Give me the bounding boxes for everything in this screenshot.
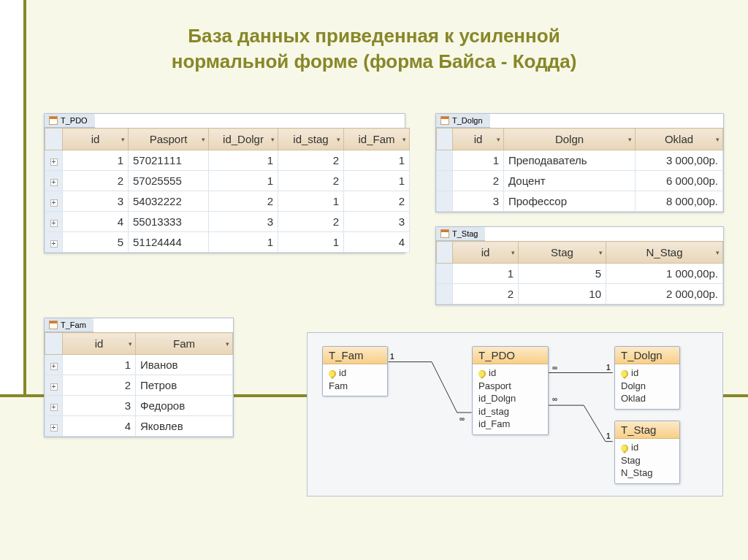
dropdown-icon[interactable]: ▾: [337, 136, 340, 143]
cardinality-one: 1: [606, 432, 611, 440]
table-row[interactable]: +551124444114: [45, 232, 410, 253]
field: Pasport: [478, 380, 542, 393]
col-header[interactable]: id_Dolgr▾: [209, 129, 278, 150]
dropdown-icon[interactable]: ▾: [716, 136, 720, 143]
entity-tfam[interactable]: T_Fam id Fam: [322, 346, 388, 396]
title-line-2: нормальной форме (форма Байса - Кодда): [172, 50, 577, 72]
col-header[interactable]: Stag▾: [519, 242, 606, 264]
entity-title: T_Stag: [615, 421, 679, 439]
col-header[interactable]: Oklad▾: [636, 129, 723, 150]
datasheet-tdolgn: id▾ Dolgn▾ Oklad▾ 1Преподаватель3 000,00…: [436, 128, 723, 212]
entity-fields: id Stag N_Stag: [615, 439, 679, 483]
field: Fam: [329, 380, 381, 393]
field: Oklad: [621, 392, 673, 405]
dropdown-icon[interactable]: ▾: [202, 136, 205, 143]
dropdown-icon[interactable]: ▾: [511, 249, 515, 256]
tab-label: T_Dolgn: [452, 116, 483, 125]
table-row[interactable]: 151 000,00р.: [437, 264, 723, 284]
dropdown-icon[interactable]: ▾: [121, 136, 125, 143]
dropdown-icon[interactable]: ▾: [628, 136, 632, 143]
tab-tfam[interactable]: T_Fam: [45, 318, 94, 332]
table-row[interactable]: 1Преподаватель3 000,00р.: [437, 150, 723, 171]
datasheet-tpdo: id▾ Pasport▾ id_Dolgr▾ id_stag▾ id_Fam▾ …: [45, 128, 410, 253]
dropdown-icon[interactable]: ▾: [497, 136, 500, 143]
slide-left-stripe: [0, 0, 26, 394]
dropdown-icon[interactable]: ▾: [716, 249, 720, 256]
dropdown-icon[interactable]: ▾: [226, 340, 229, 348]
tab-tdolgn[interactable]: T_Dolgn: [436, 114, 490, 128]
slide-canvas: T_PDO id▾ Pasport▾ id_Dolgr▾ id_stag▾ id…: [44, 113, 733, 545]
expand-icon[interactable]: +: [50, 363, 58, 370]
table-row[interactable]: +455013333323: [45, 212, 410, 232]
col-header[interactable]: id_Fam▾: [344, 129, 410, 150]
entity-tpdo[interactable]: T_PDO id Pasport id_Dolgn id_stag id_Fam: [472, 346, 549, 435]
col-header[interactable]: Pasport▾: [129, 129, 209, 150]
cardinality-one: 1: [390, 353, 394, 361]
relationship-diagram: 1 ∞ ∞ 1 ∞ 1 T_Fam id Fam T_PDO id Paspor…: [307, 332, 723, 496]
expand-icon[interactable]: +: [50, 220, 58, 227]
field: id_Dolgn: [478, 392, 542, 405]
field-pk: id: [621, 441, 673, 454]
entity-tstag[interactable]: T_Stag id Stag N_Stag: [614, 421, 680, 484]
entity-fields: id Dolgn Oklad: [615, 364, 679, 409]
col-header[interactable]: Dolgn▾: [504, 129, 636, 150]
dropdown-icon[interactable]: ▾: [271, 136, 275, 143]
table-row[interactable]: +354032222212: [45, 191, 410, 212]
cardinality-one: 1: [606, 364, 611, 372]
expand-icon[interactable]: +: [50, 424, 58, 431]
table-window-tpdo: T_PDO id▾ Pasport▾ id_Dolgr▾ id_stag▾ id…: [44, 113, 405, 253]
tab-label: T_Fam: [61, 321, 86, 329]
datasheet-tstag: id▾ Stag▾ N_Stag▾ 151 000,00р. 2102 000,…: [436, 241, 723, 304]
dropdown-icon[interactable]: ▾: [599, 249, 603, 256]
table-row[interactable]: +257025555121: [45, 171, 410, 191]
table-row[interactable]: +3Федоров: [45, 396, 233, 416]
entity-title: T_Dolgn: [615, 347, 679, 364]
expand-icon[interactable]: +: [50, 404, 58, 411]
row-selector-header[interactable]: [45, 333, 63, 355]
dropdown-icon[interactable]: ▾: [402, 136, 406, 143]
table-row[interactable]: +4Яковлев: [45, 416, 233, 437]
entity-fields: id Pasport id_Dolgn id_stag id_Fam: [473, 364, 548, 434]
expand-icon[interactable]: +: [50, 383, 58, 391]
expand-icon[interactable]: +: [50, 240, 58, 248]
datasheet-icon: [49, 116, 58, 125]
table-row[interactable]: +1Иванов: [45, 355, 233, 375]
table-row[interactable]: 2Доцент6 000,00р.: [437, 171, 723, 191]
col-header[interactable]: Fam▾: [136, 333, 233, 355]
col-header[interactable]: id▾: [453, 129, 504, 150]
entity-fields: id Fam: [323, 364, 387, 396]
field: id_stag: [478, 405, 542, 418]
table-row[interactable]: +2Петров: [45, 375, 233, 396]
table-window-tdolgn: T_Dolgn id▾ Dolgn▾ Oklad▾ 1Преподаватель…: [435, 113, 724, 212]
expand-icon[interactable]: +: [50, 158, 58, 166]
expand-icon[interactable]: +: [50, 179, 58, 186]
datasheet-tfam: id▾ Fam▾ +1Иванов +2Петров +3Федоров +4Я…: [45, 332, 233, 437]
tab-label: T_Stag: [452, 229, 478, 238]
field: N_Stag: [621, 467, 673, 480]
table-row[interactable]: +157021111121: [45, 150, 410, 171]
dropdown-icon[interactable]: ▾: [129, 340, 132, 348]
tab-tpdo[interactable]: T_PDO: [45, 114, 95, 128]
cardinality-many: ∞: [459, 415, 465, 423]
cardinality-many: ∞: [552, 364, 557, 372]
datasheet-icon: [49, 321, 58, 329]
entity-tdolgn[interactable]: T_Dolgn id Dolgn Oklad: [614, 346, 680, 410]
expand-icon[interactable]: +: [50, 199, 58, 207]
datasheet-icon: [440, 116, 449, 125]
col-header[interactable]: id▾: [453, 242, 519, 264]
row-selector-header[interactable]: [437, 242, 453, 264]
col-header[interactable]: id▾: [63, 333, 136, 355]
slide-title: База данных приведенная к усиленной норм…: [0, 0, 748, 74]
row-selector-header[interactable]: [437, 129, 453, 150]
tab-tstag[interactable]: T_Stag: [436, 227, 485, 241]
title-line-1: База данных приведенная к усиленной: [188, 25, 560, 47]
col-header[interactable]: id_stag▾: [278, 129, 344, 150]
col-header[interactable]: N_Stag▾: [606, 242, 723, 264]
table-row[interactable]: 3Профессор8 000,00р.: [437, 191, 723, 212]
table-row[interactable]: 2102 000,00р.: [437, 284, 723, 304]
datasheet-icon: [440, 229, 449, 238]
field-pk: id: [329, 367, 381, 380]
row-selector-header[interactable]: [45, 129, 63, 150]
field: Dolgn: [621, 380, 673, 393]
col-header[interactable]: id▾: [63, 129, 129, 150]
